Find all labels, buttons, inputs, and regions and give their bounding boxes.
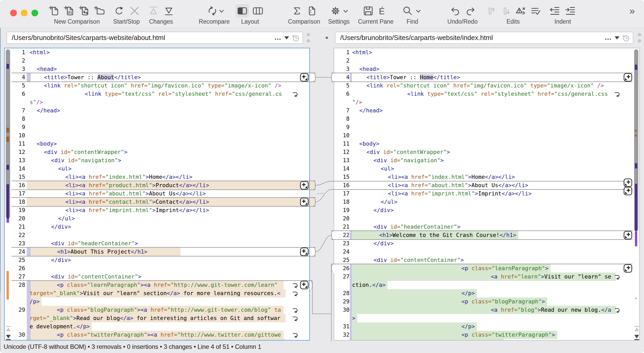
right-path-field[interactable]: /Users/brunobrito/Sites/carparts-website… — [335, 32, 633, 44]
indent-icon[interactable] — [565, 5, 576, 17]
code-row: 31</p> — [334, 322, 639, 331]
code-token: href= — [131, 82, 147, 89]
accept-edits-icon[interactable] — [530, 5, 541, 17]
line-number: 11 — [11, 140, 25, 148]
left-path-more-icon[interactable]: … — [274, 32, 282, 43]
find-chevron-icon[interactable] — [416, 10, 421, 13]
merge-change-button[interactable] — [300, 73, 309, 82]
settings-chevron-icon[interactable] — [343, 10, 348, 13]
zoom-button[interactable] — [31, 10, 38, 16]
recompare-chevron-icon[interactable] — [219, 10, 224, 13]
code-token: </div> — [51, 257, 71, 263]
toolbar-label-changes: Changes — [149, 18, 173, 25]
merge-change-button[interactable] — [623, 187, 632, 195]
code-row: 30<p class="twitterParagraph"><a href="h… — [5, 331, 309, 339]
code-token: "text/css" — [444, 91, 481, 97]
line-number: 3 — [11, 65, 25, 73]
new-file-comparison-icon[interactable] — [49, 5, 60, 17]
merge-change-button[interactable] — [623, 178, 632, 187]
merge-change-button[interactable] — [623, 73, 632, 82]
new-binary-comparison-icon[interactable] — [79, 5, 90, 17]
left-pane-grip-dot — [307, 33, 310, 36]
code-text: <a href="twitter">Follow us on Twitter — [491, 339, 618, 341]
go-last-change-button[interactable] — [634, 334, 639, 340]
restart-icon[interactable] — [113, 5, 125, 17]
move-down-icon[interactable] — [500, 5, 512, 17]
two-pane-layout-icon[interactable] — [237, 5, 248, 17]
new-text-comparison-icon[interactable]: 01 — [64, 5, 75, 17]
next-change-icon[interactable] — [163, 5, 175, 17]
change-row-outline — [11, 73, 316, 82]
encoding-icon[interactable]: É — [379, 6, 385, 16]
line-number: 26 — [11, 264, 25, 273]
code-token: href= — [89, 190, 105, 197]
code-token: <a — [491, 340, 501, 341]
move-up-icon[interactable] — [485, 5, 497, 17]
code-token: "contentWrapper" — [393, 149, 447, 155]
undo-icon[interactable] — [450, 5, 461, 17]
code-token: "css/general.cs — [232, 91, 282, 97]
three-pane-layout-icon[interactable] — [252, 5, 264, 17]
redo-icon[interactable] — [465, 5, 476, 17]
line-number: 17 — [11, 189, 25, 198]
toolbar-overflow-icon[interactable]: » — [629, 6, 635, 17]
merge-change-button[interactable] — [300, 181, 309, 190]
code-row: 2 — [5, 57, 309, 65]
code-token: <link — [85, 91, 105, 97]
code-row: 5<link rel="shortcut icon" href="img/fav… — [334, 82, 639, 90]
change-row-outline — [331, 73, 633, 82]
code-row: target="_blank">Visit our "learn" sectio… — [5, 289, 309, 297]
close-button[interactable] — [10, 10, 17, 16]
line-number: 21 — [334, 223, 350, 231]
toolbar-label-undo-redo: Undo/Redo — [447, 18, 478, 25]
go-first-change-button[interactable] — [634, 326, 639, 332]
save-icon[interactable] — [363, 5, 374, 17]
left-path-field[interactable]: /Users/brunobrito/Sites/carparts-website… — [6, 32, 303, 44]
code-token: <li><a — [65, 174, 89, 180]
code-token: "about.html" — [105, 190, 146, 197]
code-text: <li><a href="index.html">Home</a></li> — [65, 173, 192, 181]
merge-change-button[interactable] — [623, 231, 632, 240]
right-path-history-icon[interactable] — [622, 34, 630, 42]
go-first-change-button[interactable] — [6, 326, 11, 332]
code-token: "image/x-icon" — [224, 82, 274, 89]
code-row: 7</head> — [334, 106, 639, 115]
minimize-button[interactable] — [21, 10, 28, 16]
code-row: 8 — [334, 115, 639, 123]
settings-gear-icon[interactable] — [330, 5, 341, 17]
left-path-dropdown-icon[interactable] — [284, 36, 289, 39]
outdent-icon[interactable] — [549, 5, 560, 17]
code-text: <a href="blog">Read our new blog.</a — [491, 306, 611, 314]
line-number: 9 — [334, 123, 350, 131]
toolbar-label-new-comparison: New Comparison — [54, 18, 100, 25]
merge-change-button[interactable] — [300, 198, 309, 206]
right-path-more-icon[interactable]: … — [605, 32, 612, 43]
stop-icon[interactable] — [129, 5, 140, 17]
code-text: <div id="headerContainer"> — [51, 239, 138, 248]
new-folder-comparison-icon[interactable] — [94, 5, 105, 17]
find-icon[interactable] — [402, 5, 413, 17]
code-token: <link — [407, 91, 427, 97]
code-token: ction. — [352, 282, 372, 288]
comparison-document-icon[interactable] — [306, 5, 318, 17]
merge-change-button[interactable] — [623, 264, 632, 273]
code-row: 11<body> — [5, 140, 309, 148]
code-token: href= — [501, 273, 518, 280]
merge-change-button[interactable] — [300, 247, 309, 256]
code-token: <head> — [359, 66, 379, 72]
problems-icon[interactable] — [515, 5, 526, 17]
go-last-change-button[interactable] — [6, 334, 11, 340]
right-path-dropdown-icon[interactable] — [615, 36, 619, 39]
left-path-history-icon[interactable] — [292, 34, 300, 42]
merge-change-button[interactable] — [300, 281, 309, 289]
code-row: 12<div id="contentWrapper"> — [5, 148, 309, 156]
recompare-icon[interactable] — [207, 5, 218, 17]
left-code-pane[interactable]: 1<html>23<head>4<title>Tower :: About</t… — [4, 48, 310, 341]
code-row: 19<li><a href="imprint.html">Imprint</a>… — [5, 206, 309, 214]
code-token: id= — [68, 273, 78, 280]
sigma-icon[interactable] — [291, 5, 303, 17]
right-code-pane[interactable]: 1<html>23<head>4<title>Tower :: Home</ti… — [334, 48, 640, 341]
code-token: </ul> — [58, 215, 75, 222]
code-token: id= — [390, 157, 400, 164]
previous-change-icon[interactable] — [148, 5, 159, 17]
